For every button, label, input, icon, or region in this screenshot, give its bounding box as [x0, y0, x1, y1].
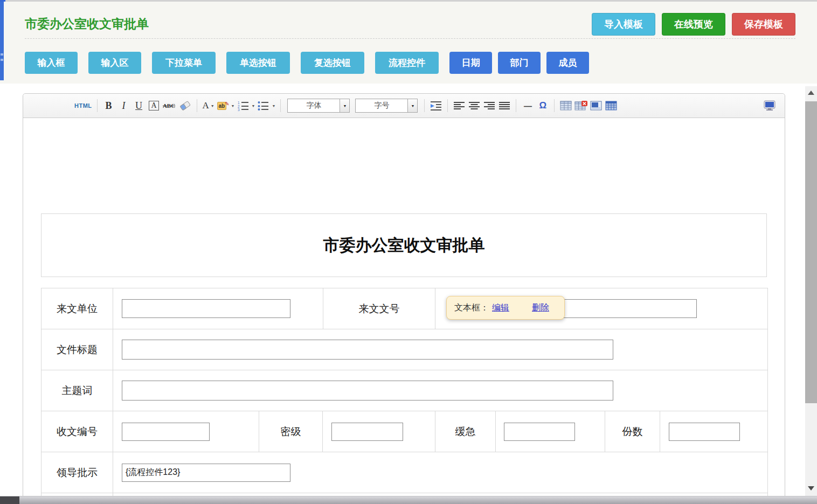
online-preview-button[interactable]: 在线预览 [662, 13, 725, 36]
italic-icon[interactable]: I [117, 98, 130, 113]
chevron-down-icon[interactable]: ▼ [340, 99, 349, 112]
chevron-down-icon[interactable]: ▼ [407, 99, 417, 112]
indent-icon[interactable] [430, 98, 442, 113]
widget-date-button[interactable]: 日期 [449, 52, 492, 74]
toolbar-separator [447, 99, 448, 112]
import-template-button[interactable]: 导入模板 [592, 13, 655, 36]
label-subject-words: 主题词 [41, 370, 113, 411]
urgency-input[interactable] [504, 423, 575, 441]
table-row: 文件标题 [41, 329, 767, 370]
rich-text-editor: HTML B I U A ABC A▼ ab✎▼ 123 ▼ ▼ 字体 [23, 93, 785, 504]
widget-textarea-button[interactable]: 输入区 [88, 52, 141, 74]
cell-subject-words [113, 370, 767, 411]
cell-copies [660, 411, 767, 452]
cell-receipt-number [113, 411, 259, 452]
widget-member-button[interactable]: 成员 [546, 52, 589, 74]
fullscreen-preview-icon[interactable] [763, 98, 776, 113]
table-row: 来文单位 来文文号 [41, 288, 767, 329]
horizontal-rule-icon[interactable]: — [521, 98, 534, 113]
unordered-list-icon[interactable]: ▼ [257, 98, 275, 113]
label-document-number: 来文文号 [323, 288, 435, 329]
vertical-scrollbar[interactable] [805, 86, 817, 496]
svg-text:3: 3 [238, 108, 240, 111]
full-table-icon[interactable] [605, 98, 618, 113]
eraser-icon[interactable] [178, 98, 192, 113]
cell-source-unit [113, 288, 323, 329]
label-document-title: 文件标题 [41, 329, 113, 370]
secrecy-level-input[interactable] [331, 423, 403, 441]
window-bottom-corner [0, 496, 19, 504]
widget-input-box-button[interactable]: 输入框 [25, 52, 78, 74]
document-title-input[interactable] [122, 340, 613, 360]
editor-toolbar: HTML B I U A ABC A▼ ab✎▼ 123 ▼ ▼ 字体 [23, 94, 785, 118]
align-justify-icon[interactable] [498, 98, 511, 113]
toolbar-separator [424, 99, 425, 112]
copies-input[interactable] [669, 423, 740, 441]
char-border-icon[interactable]: A [148, 98, 161, 113]
scrollbar-thumb[interactable] [805, 101, 817, 403]
table-header-cell-icon[interactable] [590, 98, 603, 113]
widget-department-button[interactable]: 部门 [498, 52, 541, 74]
cell-document-title [113, 329, 767, 370]
svg-text:1: 1 [238, 101, 240, 105]
bold-icon[interactable]: B [102, 98, 115, 113]
cell-leader-instructions [113, 452, 767, 493]
dashed-divider [25, 38, 795, 39]
field-edit-tooltip: 文本框： 编辑 删除 [446, 296, 565, 320]
label-secrecy-level: 密级 [259, 411, 322, 452]
form-title: 市委办公室收文审批单 [323, 234, 485, 257]
underline-icon[interactable]: U [133, 98, 146, 113]
toolbar-separator [197, 99, 197, 112]
toolbar-separator [280, 99, 281, 112]
delete-field-link[interactable]: 删除 [532, 302, 549, 314]
ordered-list-icon[interactable]: 123 ▼ [237, 98, 255, 113]
cell-urgency [495, 411, 605, 452]
label-copies: 份数 [605, 411, 660, 452]
label-leader-instructions: 领导批示 [41, 452, 113, 493]
font-family-select[interactable]: 字体 ▼ [287, 99, 350, 113]
table-row: 领导批示 [41, 452, 767, 493]
editor-canvas[interactable]: 市委办公室收文审批单 来文单位 来文文号 文件标题 [23, 118, 785, 504]
leader-instructions-input[interactable] [122, 464, 290, 482]
delete-table-icon[interactable] [574, 98, 587, 113]
special-char-icon[interactable]: Ω [536, 98, 549, 113]
page-title: 市委办公室收文审批单 [25, 16, 149, 32]
table-row: 收文编号 密级 缓急 份数 [41, 411, 767, 452]
receipt-number-input[interactable] [122, 423, 210, 441]
left-sidebar-strip[interactable] [0, 2, 4, 80]
strikethrough-icon[interactable]: ABC [163, 98, 176, 113]
font-size-select[interactable]: 字号 ▼ [355, 99, 418, 113]
subject-words-input[interactable] [122, 381, 613, 401]
font-color-icon[interactable]: A▼ [202, 98, 215, 113]
cell-secrecy-level [322, 411, 435, 452]
toolbar-separator [97, 99, 98, 112]
insert-table-icon[interactable] [559, 98, 572, 113]
widget-flow-control-button[interactable]: 流程控件 [375, 52, 439, 74]
window-top-edge [0, 0, 817, 2]
scroll-up-arrow-icon[interactable] [808, 91, 814, 95]
align-center-icon[interactable] [468, 98, 481, 113]
label-urgency: 缓急 [435, 411, 495, 452]
form-table: 来文单位 来文文号 文件标题 主题词 [41, 288, 768, 504]
form-title-box: 市委办公室收文审批单 [41, 213, 767, 277]
toolbar-separator [516, 99, 516, 112]
align-right-icon[interactable] [483, 98, 496, 113]
tooltip-label: 文本框： [454, 302, 489, 314]
scroll-down-arrow-icon[interactable] [808, 486, 814, 491]
widget-toolbar: 输入框 输入区 下拉菜单 单选按钮 复选按钮 流程控件 日期 部门 成员 [25, 52, 595, 74]
edit-field-link[interactable]: 编辑 [492, 302, 509, 314]
highlight-color-icon[interactable]: ab✎▼ [217, 98, 235, 113]
label-receipt-number: 收文编号 [41, 411, 113, 452]
header-actions: 导入模板 在线预览 保存模板 [592, 13, 795, 36]
widget-radio-button[interactable]: 单选按钮 [226, 52, 290, 74]
header: 市委办公室收文审批单 导入模板 在线预览 保存模板 输入框 输入区 下拉菜单 单… [0, 2, 817, 84]
source-unit-input[interactable] [122, 299, 290, 318]
window-bottom-edge [0, 496, 817, 504]
page: 市委办公室收文审批单 导入模板 在线预览 保存模板 输入框 输入区 下拉菜单 单… [0, 0, 817, 504]
toolbar-separator [554, 99, 555, 112]
save-template-button[interactable]: 保存模板 [732, 13, 795, 36]
widget-dropdown-button[interactable]: 下拉菜单 [152, 52, 216, 74]
widget-checkbox-button[interactable]: 复选按钮 [301, 52, 364, 74]
align-left-icon[interactable] [453, 98, 466, 113]
html-source-icon[interactable]: HTML [74, 98, 92, 113]
